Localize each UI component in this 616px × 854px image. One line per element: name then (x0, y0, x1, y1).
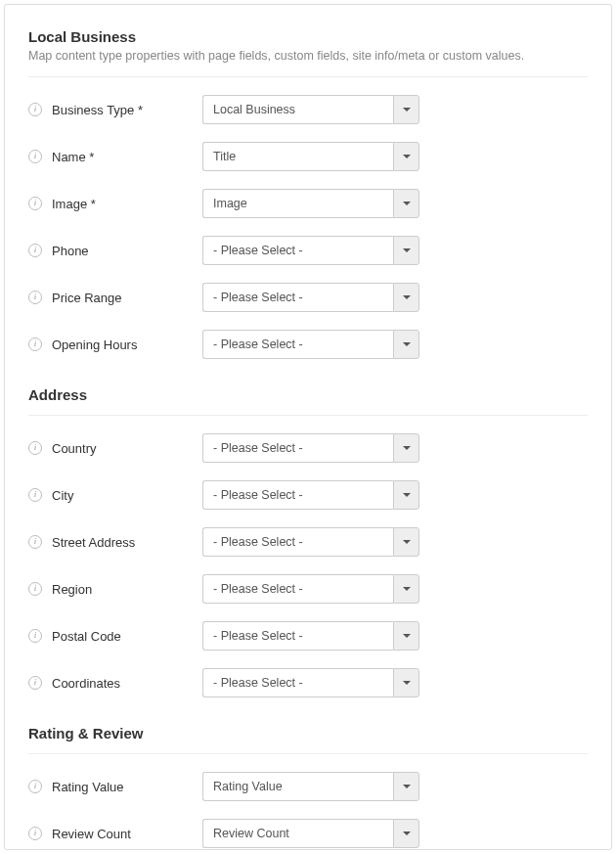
select-toggle[interactable] (393, 433, 419, 463)
select-value[interactable]: - Please Select - (202, 433, 393, 463)
field-label: Opening Hours (52, 337, 137, 352)
caret-down-icon (403, 108, 411, 112)
select-value[interactable]: Rating Value (202, 772, 393, 801)
select-city[interactable]: - Please Select - (202, 480, 419, 510)
row-name: i Name * Title (28, 142, 588, 171)
select-toggle[interactable] (393, 283, 419, 312)
select-value[interactable]: - Please Select - (202, 527, 393, 557)
row-phone: i Phone - Please Select - (28, 236, 588, 265)
select-value[interactable]: Image (202, 189, 393, 218)
info-icon[interactable]: i (28, 337, 42, 351)
label-cell: i Price Range (28, 291, 202, 305)
select-toggle[interactable] (393, 574, 419, 604)
select-name[interactable]: Title (202, 142, 419, 171)
caret-down-icon (403, 295, 411, 299)
info-icon[interactable]: i (28, 441, 42, 455)
select-toggle[interactable] (393, 527, 419, 557)
select-value[interactable]: Review Count (202, 819, 393, 848)
info-icon[interactable]: i (28, 827, 42, 840)
field-label: Street Address (52, 535, 135, 550)
select-toggle[interactable] (393, 480, 419, 510)
label-cell: i Phone (28, 244, 202, 258)
select-toggle[interactable] (393, 668, 419, 697)
caret-down-icon (403, 248, 411, 252)
select-value[interactable]: - Please Select - (202, 668, 393, 697)
label-cell: i Business Type * (28, 103, 202, 117)
select-toggle[interactable] (393, 819, 419, 848)
info-icon[interactable]: i (28, 488, 42, 502)
select-phone[interactable]: - Please Select - (202, 236, 419, 265)
field-label: Phone (52, 244, 89, 258)
info-icon[interactable]: i (28, 244, 42, 257)
label-cell: i Country (28, 441, 202, 456)
field-label: Image * (52, 197, 96, 211)
field-label: Coordinates (52, 676, 120, 691)
select-region[interactable]: - Please Select - (202, 574, 419, 604)
info-icon[interactable]: i (28, 676, 42, 690)
field-label: Price Range (52, 291, 122, 305)
label-cell: i Region (28, 582, 202, 597)
label-cell: i Street Address (28, 535, 202, 550)
field-label: Country (52, 441, 97, 456)
select-street-address[interactable]: - Please Select - (202, 527, 419, 557)
row-city: i City - Please Select - (28, 480, 588, 510)
select-rating-value[interactable]: Rating Value (202, 772, 419, 801)
select-value[interactable]: - Please Select - (202, 480, 393, 510)
label-cell: i City (28, 488, 202, 503)
info-icon[interactable]: i (28, 535, 42, 549)
select-country[interactable]: - Please Select - (202, 433, 419, 463)
select-opening-hours[interactable]: - Please Select - (202, 330, 419, 359)
caret-down-icon (403, 681, 411, 685)
caret-down-icon (403, 342, 411, 346)
divider (28, 415, 588, 416)
select-toggle[interactable] (393, 142, 419, 171)
field-label: Business Type * (52, 103, 143, 117)
select-value[interactable]: Title (202, 142, 393, 171)
info-icon[interactable]: i (28, 197, 42, 210)
select-business-type[interactable]: Local Business (202, 95, 419, 124)
select-toggle[interactable] (393, 330, 419, 359)
page-title: Local Business (28, 28, 588, 45)
select-value[interactable]: - Please Select - (202, 330, 393, 359)
row-postal-code: i Postal Code - Please Select - (28, 621, 588, 651)
section-heading-rating: Rating & Review (28, 725, 588, 742)
label-cell: i Coordinates (28, 676, 202, 691)
caret-down-icon (403, 155, 411, 158)
info-icon[interactable]: i (28, 780, 42, 793)
select-image[interactable]: Image (202, 189, 419, 218)
select-toggle[interactable] (393, 189, 419, 218)
select-coordinates[interactable]: - Please Select - (202, 668, 419, 697)
label-cell: i Rating Value (28, 780, 202, 794)
select-toggle[interactable] (393, 236, 419, 265)
select-toggle[interactable] (393, 621, 419, 651)
caret-down-icon (403, 540, 411, 544)
info-icon[interactable]: i (28, 103, 42, 116)
select-value[interactable]: - Please Select - (202, 621, 393, 651)
info-icon[interactable]: i (28, 582, 42, 596)
row-region: i Region - Please Select - (28, 574, 588, 604)
label-cell: i Review Count (28, 827, 202, 841)
info-icon[interactable]: i (28, 150, 42, 163)
select-value[interactable]: Local Business (202, 95, 393, 124)
info-icon[interactable]: i (28, 629, 42, 643)
caret-down-icon (403, 634, 411, 638)
field-label: City (52, 488, 73, 503)
caret-down-icon (403, 202, 411, 205)
info-icon[interactable]: i (28, 291, 42, 304)
field-label: Rating Value (52, 780, 123, 794)
select-price-range[interactable]: - Please Select - (202, 283, 419, 312)
caret-down-icon (403, 587, 411, 591)
select-toggle[interactable] (393, 772, 419, 801)
row-price-range: i Price Range - Please Select - (28, 283, 588, 312)
caret-down-icon (403, 446, 411, 450)
select-review-count[interactable]: Review Count (202, 819, 419, 848)
select-value[interactable]: - Please Select - (202, 574, 393, 604)
select-postal-code[interactable]: - Please Select - (202, 621, 419, 651)
caret-down-icon (403, 493, 411, 497)
caret-down-icon (403, 785, 411, 788)
select-value[interactable]: - Please Select - (202, 236, 393, 265)
select-value[interactable]: - Please Select - (202, 283, 393, 312)
select-toggle[interactable] (393, 95, 419, 124)
row-review-count: i Review Count Review Count (28, 819, 588, 848)
row-coordinates: i Coordinates - Please Select - (28, 668, 588, 697)
